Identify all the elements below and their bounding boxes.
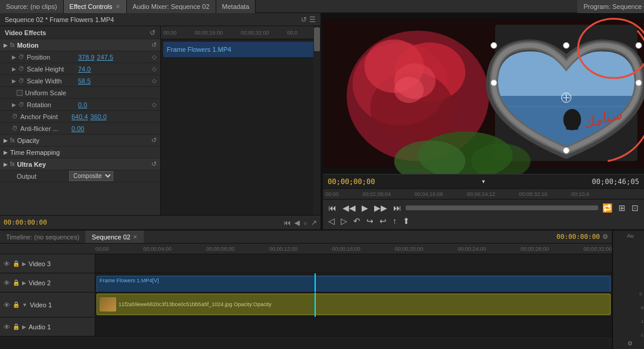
mark-out-button[interactable]: ▷ [339,216,349,226]
video2-vis-icon[interactable]: 👁 [4,279,10,286]
output-dropdown[interactable]: Composite [69,171,113,181]
lift-button[interactable]: ↑ [391,216,399,226]
time-remapping-header[interactable]: ▶ Time Remapping [0,147,160,158]
scale-height-stopwatch-icon[interactable]: ⏱ [18,66,24,72]
time-remapping-name: Time Remapping [10,149,60,156]
scale-width-stopwatch-icon[interactable]: ⏱ [18,77,24,84]
program-tab[interactable]: Program: Sequence 02 ▾ ✕ [577,0,644,13]
scale-height-value[interactable]: 74.0 [78,66,91,73]
menu-icon[interactable]: ☰ [309,15,316,24]
add-marker-icon[interactable]: ⬦ [303,219,307,227]
jog-slider[interactable] [406,205,598,210]
overwrite-button[interactable]: ↩ [378,216,388,226]
video1-expand-icon[interactable]: ▼ [22,302,27,308]
insert-button[interactable]: ↪ [365,216,375,226]
metadata-tab[interactable]: Metadata [216,0,256,13]
step-back-button[interactable]: ◀◀ [341,202,357,213]
source-tab[interactable]: Source: (no clips) [0,0,64,13]
play-button[interactable]: ▶ [360,202,370,213]
video3-lock-icon[interactable]: 🔒 [13,260,20,267]
extract-button[interactable]: ⬆ [401,216,412,226]
video3-vis-icon[interactable]: 👁 [4,260,10,267]
audio-settings-icon[interactable]: ⚙ [627,340,633,347]
track-content-video1[interactable]: 11f2a59eee6820c3f13bce0c51bb5a5f_1024.jp… [95,292,612,317]
video1-vis-icon[interactable]: 👁 [4,301,10,309]
track-content-video3[interactable] [95,254,612,273]
ultra-key-header[interactable]: ▶ fx Ultra Key ↺ [0,158,160,170]
go-to-start-icon[interactable]: ⏮ [284,219,291,227]
ultra-key-fx-icon: fx [10,161,15,167]
monitor-ruler: 00;00 00;02;08;04 00;04;16;08 00;06;24;1… [323,188,644,199]
timeline-tab-close-icon[interactable]: ✕ [133,234,138,240]
opacity-reset-icon[interactable]: ↺ [151,136,157,144]
position-value-y[interactable]: 247.5 [97,54,114,61]
anchor-point-row: ⏱ Anchor Point 640.4 360.0 [0,111,160,123]
settings-icon[interactable]: ⚙ [602,233,608,241]
go-to-in-point-button[interactable]: ⏮ [326,202,338,213]
current-timecode[interactable]: 00;00;00;00 [328,177,375,186]
rotation-value[interactable]: 0.0 [78,101,87,108]
anti-flicker-stopwatch-icon[interactable]: ⏱ [12,125,18,132]
video2-expand-icon[interactable]: ▶ [22,280,26,286]
track-content-audio1[interactable] [95,317,612,336]
position-value-x[interactable]: 378.9 [78,54,95,61]
go-to-out-point-button[interactable]: ⏭ [391,202,403,213]
audio1-lock-icon[interactable]: 🔒 [13,323,20,330]
anchor-point-value-y[interactable]: 360.0 [91,113,107,120]
video1-clip[interactable]: 11f2a59eee6820c3f13bce0c51bb5a5f_1024.jp… [97,294,611,315]
effect-controls-tab-label: Effect Controls [70,3,113,10]
step-back-icon[interactable]: ◀ [294,219,300,227]
audio1-vis-icon[interactable]: 👁 [4,323,10,331]
reset-icon[interactable]: ↺ [301,15,307,24]
scale-width-keyframe-icon[interactable]: ◇ [152,77,157,84]
safe-margins-button[interactable]: ⊞ [617,202,627,213]
output-select[interactable]: Composite [69,171,113,181]
motion-section-header[interactable]: ▶ fx Motion ↺ [0,39,160,51]
scale-width-row: ▶ ⏱ Scale Width 58.5 ◇ [0,75,160,87]
effect-controls-tab[interactable]: Effect Controls ✕ [64,0,127,13]
ultra-key-triangle-icon: ▶ [4,161,8,167]
rotation-keyframe-icon[interactable]: ◇ [152,101,157,108]
scale-height-keyframe-icon[interactable]: ◇ [152,66,157,72]
position-stopwatch-icon[interactable]: ⏱ [18,54,24,60]
scale-height-expand-icon[interactable]: ▶ [12,66,16,72]
end-timecode: 00;00;46;05 [592,177,639,186]
rotation-expand-icon[interactable]: ▶ [12,102,16,108]
video1-lock-icon[interactable]: 🔒 [13,301,20,308]
track-content-video2[interactable]: Frame Flowers 1.MP4[V] [95,273,612,292]
mark-in-button[interactable]: ◁ [326,216,337,226]
output-button[interactable]: ⊡ [630,202,640,213]
loop-button[interactable]: 🔁 [601,202,614,213]
position-keyframe-icon[interactable]: ◇ [152,54,157,60]
timeline-timecode[interactable]: 00:00:00:00 [556,233,600,241]
audio1-expand-icon[interactable]: ▶ [22,324,26,330]
motion-reset-icon[interactable]: ↺ [151,41,157,49]
opacity-section-header[interactable]: ▶ fx Opacity ↺ [0,135,160,147]
rotation-stopwatch-icon[interactable]: ⏱ [18,101,24,108]
effect-timeline-scrollbar[interactable] [313,26,321,215]
metadata-tab-label: Metadata [222,3,250,10]
audio-scale: 0 -6 -12 -18 [639,291,644,338]
bottom-area: Timeline: (no sequences) Sequence 02 ✕ 0… [0,229,644,349]
timeline-tab-no-sequences[interactable]: Timeline: (no sequences) [0,230,86,243]
scale-width-expand-icon[interactable]: ▶ [12,78,16,84]
video-effects-reset-icon[interactable]: ↺ [150,29,155,37]
video2-lock-icon[interactable]: 🔒 [13,279,20,286]
audio-mixer-tab[interactable]: Audio Mixer: Sequence 02 [127,0,216,13]
ruler-marks: 00;00 00;02;08;04 00;04;16;08 00;06;24;1… [325,191,642,197]
effect-controls-close-icon[interactable]: ✕ [116,4,120,10]
video2-clip[interactable]: Frame Flowers 1.MP4[V] [97,276,611,292]
anti-flicker-value[interactable]: 0.00 [71,125,84,132]
uniform-scale-checkbox[interactable] [17,90,23,96]
video3-expand-icon[interactable]: ▶ [22,261,26,267]
scale-width-value[interactable]: 58.5 [78,77,91,85]
ultra-key-reset-icon[interactable]: ↺ [151,160,157,168]
export-icon[interactable]: ↗ [311,219,317,227]
position-expand-icon[interactable]: ▶ [12,54,16,60]
clear-in-button[interactable]: ↶ [351,216,362,226]
step-forward-button[interactable]: ▶▶ [372,202,389,213]
anchor-stopwatch-icon[interactable]: ⏱ [12,113,18,120]
anchor-point-value-x[interactable]: 640.4 [71,113,88,120]
timeline-tab-sequence02[interactable]: Sequence 02 ✕ [86,230,144,243]
audio-scale-0: 0 [639,291,644,297]
